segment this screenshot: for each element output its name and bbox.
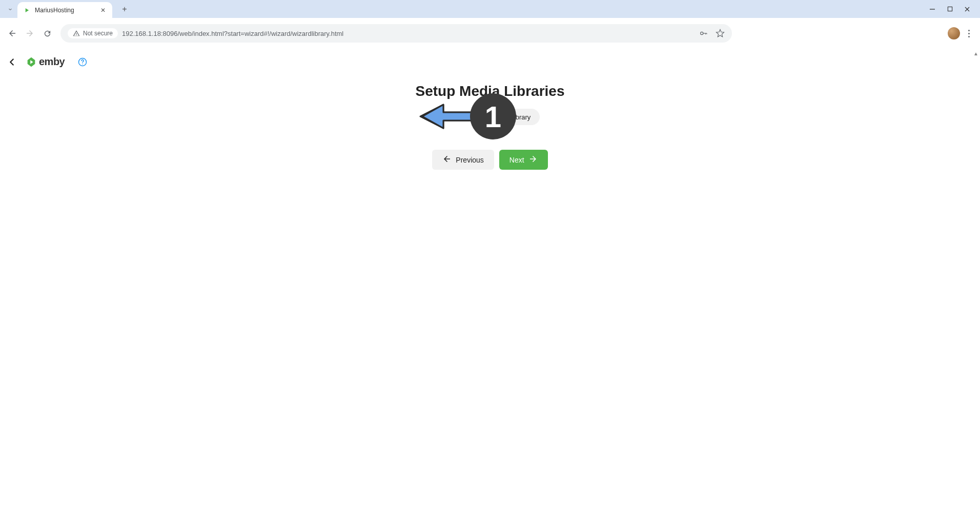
new-library-button[interactable]: + New Library <box>479 109 540 125</box>
help-button[interactable] <box>77 56 88 68</box>
nav-forward-button[interactable] <box>23 26 37 41</box>
address-bar[interactable]: Not secure 192.168.1.18:8096/web/index.h… <box>60 24 732 43</box>
emby-logo-text: emby <box>39 56 65 68</box>
browser-chrome: MariusHosting ✕ + No <box>0 0 980 49</box>
security-label: Not secure <box>83 30 113 37</box>
arrow-left-icon <box>442 154 452 165</box>
next-button[interactable]: Next <box>499 150 548 170</box>
svg-point-4 <box>701 32 703 34</box>
nav-back-button[interactable] <box>5 26 19 41</box>
page-title: Setup Media Libraries <box>416 83 565 99</box>
libraries-row: 0 Libraries + New Library <box>440 109 540 125</box>
address-bar-row: Not secure 192.168.1.18:8096/web/index.h… <box>0 18 980 49</box>
security-indicator[interactable]: Not secure <box>68 28 118 38</box>
password-key-icon[interactable] <box>699 29 708 38</box>
emby-logo[interactable]: emby <box>26 56 65 68</box>
window-controls <box>925 0 980 18</box>
svg-rect-1 <box>948 7 952 11</box>
nav-reload-button[interactable] <box>40 26 54 41</box>
profile-avatar[interactable] <box>948 27 960 39</box>
window-close-button[interactable] <box>959 2 975 17</box>
warning-icon <box>73 30 80 37</box>
tab-close-button[interactable]: ✕ <box>99 6 107 14</box>
libraries-count: 0 Libraries <box>440 113 472 121</box>
emby-logo-icon <box>26 56 37 68</box>
new-tab-button[interactable]: + <box>117 2 132 16</box>
scroll-up-indicator[interactable]: ▲ <box>972 49 979 57</box>
url-text: 192.168.1.18:8096/web/index.html?start=w… <box>122 30 695 37</box>
tab-bar: MariusHosting ✕ + <box>0 0 980 18</box>
svg-point-9 <box>82 63 83 64</box>
browser-tab[interactable]: MariusHosting ✕ <box>17 2 112 18</box>
browser-menu-button[interactable] <box>966 28 972 39</box>
tab-favicon <box>23 6 31 14</box>
wizard-nav: Previous Next <box>432 150 547 170</box>
new-library-label: New Library <box>495 113 530 121</box>
app-back-button[interactable] <box>6 56 17 68</box>
plus-icon: + <box>485 112 491 122</box>
previous-label: Previous <box>456 156 483 164</box>
main-content: Setup Media Libraries 0 Libraries + New … <box>0 75 980 170</box>
next-label: Next <box>509 156 524 164</box>
tab-search-dropdown[interactable] <box>3 6 17 12</box>
chevron-down-icon <box>7 6 13 12</box>
window-minimize-button[interactable] <box>925 2 940 17</box>
app-header: emby <box>0 49 980 75</box>
window-maximize-button[interactable] <box>942 2 957 17</box>
bookmark-star-icon[interactable] <box>716 29 725 38</box>
tab-title: MariusHosting <box>35 7 95 14</box>
previous-button[interactable]: Previous <box>432 150 494 170</box>
arrow-right-icon <box>528 154 538 165</box>
